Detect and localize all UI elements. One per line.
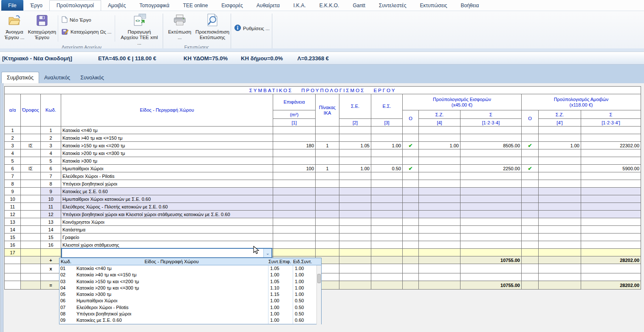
grid-cell[interactable] (419, 180, 460, 188)
grid-cell[interactable]: 8 (41, 180, 61, 188)
dropdown-item[interactable]: 05Κατοικία >300 τμ1.151.00 (59, 291, 321, 298)
grid-cell[interactable] (539, 249, 581, 256)
grid-cell[interactable] (21, 127, 41, 134)
grid-cell[interactable] (460, 203, 522, 211)
grid-cell[interactable] (339, 127, 371, 134)
grid-cell[interactable]: Κατοικία >300 τμ (61, 157, 273, 165)
menu-item-13[interactable]: Βοήθεια (454, 0, 486, 11)
grid-cell[interactable]: ✔ (522, 165, 539, 172)
new-project-button[interactable]: Νέο Έργο (62, 16, 91, 24)
grid-cell[interactable] (522, 195, 539, 203)
grid-cell[interactable] (419, 218, 460, 226)
grid-cell[interactable]: Γραφείο (61, 234, 273, 241)
grid-cell[interactable] (339, 157, 371, 165)
grid-cell[interactable]: 14 (41, 226, 61, 234)
grid-cell[interactable]: ΙΣ (21, 142, 41, 149)
grid-cell[interactable]: 9 (41, 188, 61, 195)
menu-item-4[interactable]: Τοπογραφικά (133, 0, 176, 11)
grid-cell[interactable] (316, 249, 339, 256)
grid-cell[interactable] (460, 127, 522, 134)
grid-cell[interactable] (21, 203, 41, 211)
grid-cell[interactable] (273, 218, 316, 226)
grid-cell[interactable] (419, 165, 460, 172)
grid-cell[interactable]: Ελεύθερος Χώρος - Πιλοτής κατοικιών με Σ… (61, 203, 273, 211)
grid-cell[interactable]: 9 (5, 188, 21, 195)
grid-cell[interactable]: 7 (41, 172, 61, 180)
grid-cell[interactable] (539, 180, 581, 188)
grid-cell[interactable] (460, 149, 522, 157)
grid-cell[interactable] (316, 218, 339, 226)
grid-cell[interactable] (273, 180, 316, 188)
grid-cell[interactable] (21, 241, 41, 249)
grid-cell[interactable] (371, 149, 403, 157)
grid-cell[interactable] (316, 188, 339, 195)
grid-cell[interactable]: 1 (5, 127, 21, 134)
print-preview-button[interactable]: Προεπισκόπιση Εκτύπωσης (195, 13, 230, 40)
grid-cell[interactable] (581, 234, 641, 241)
grid-cell[interactable] (273, 226, 316, 234)
grid-cell[interactable] (21, 188, 41, 195)
grid-cell[interactable] (539, 226, 581, 234)
grid-cell[interactable]: Κοινόχρηστοι Χώροι (61, 218, 273, 226)
grid-cell[interactable]: Κατοικία >150 τμ και <=200 τμ (61, 142, 273, 149)
open-project-button[interactable]: Άνοιγμα Έργου ... (2, 13, 27, 40)
grid-cell[interactable] (581, 172, 641, 180)
grid-cell[interactable] (522, 188, 539, 195)
menu-item-2[interactable]: Προϋπολογισμοί (49, 0, 101, 11)
grid-cell[interactable] (273, 211, 316, 218)
grid-cell[interactable] (522, 218, 539, 226)
grid-cell[interactable] (460, 241, 522, 249)
grid-cell[interactable] (339, 180, 371, 188)
tab-1[interactable]: Συμβατικός (1, 72, 39, 83)
grid-cell[interactable] (316, 203, 339, 211)
grid-cell[interactable] (339, 241, 371, 249)
menu-item-5[interactable]: TEE online (176, 0, 215, 11)
grid-cell[interactable] (403, 188, 419, 195)
grid-cell[interactable] (371, 249, 403, 256)
grid-cell[interactable]: 0.50 (371, 165, 403, 172)
grid-cell[interactable] (403, 195, 419, 203)
dropdown-item[interactable]: 01Κατοικία <=40 τμ1.051.00 (59, 265, 321, 272)
grid-cell[interactable] (403, 149, 419, 157)
grid-cell[interactable] (273, 203, 316, 211)
grid-cell[interactable] (339, 134, 371, 142)
grid-cell[interactable] (316, 134, 339, 142)
grid-cell[interactable] (316, 241, 339, 249)
grid-cell[interactable]: 6 (41, 165, 61, 172)
grid-cell[interactable] (339, 149, 371, 157)
grid-cell[interactable] (522, 234, 539, 241)
save-as-button[interactable]: Καταχώρηση Ως ... (62, 28, 111, 36)
grid-cell[interactable] (403, 234, 419, 241)
grid-cell[interactable] (539, 134, 581, 142)
menu-item-7[interactable]: Αυθαίρετα (250, 0, 287, 11)
dropdown-item[interactable]: 08Υπόγειοι βοηθητικοί χώροι1.000.50 (59, 311, 321, 317)
grid-cell[interactable]: 12 (41, 211, 61, 218)
grid-cell[interactable] (339, 218, 371, 226)
grid-cell[interactable] (460, 234, 522, 241)
grid-cell[interactable] (371, 234, 403, 241)
grid-cell[interactable] (21, 157, 41, 165)
grid-cell[interactable] (460, 249, 522, 256)
grid-cell[interactable]: 4 (41, 149, 61, 157)
grid-cell[interactable]: 1 (316, 165, 339, 172)
dropdown-item[interactable]: 04Κατοικία >200 τμ και <=300 τμ1.101.00 (59, 285, 321, 291)
grid-cell[interactable]: ΙΣ (21, 165, 41, 172)
grid-cell[interactable] (460, 226, 522, 234)
grid-cell[interactable] (21, 218, 41, 226)
grid-cell[interactable] (403, 241, 419, 249)
grid-cell[interactable] (371, 188, 403, 195)
grid-cell[interactable]: 4 (5, 149, 21, 157)
grid-cell[interactable]: 7 (5, 172, 21, 180)
grid-cell[interactable] (403, 203, 419, 211)
grid-cell[interactable] (316, 211, 339, 218)
grid-cell[interactable]: 1.00 (339, 165, 371, 172)
grid-cell[interactable] (419, 172, 460, 180)
grid-cell[interactable]: Κλειστοί χώροι στάθμευσης (61, 241, 273, 249)
grid-cell[interactable] (371, 172, 403, 180)
grid-cell[interactable] (581, 188, 641, 195)
grid-cell[interactable] (339, 195, 371, 203)
grid-cell[interactable] (419, 127, 460, 134)
grid-cell[interactable] (371, 127, 403, 134)
grid-cell[interactable] (273, 149, 316, 157)
grid-cell[interactable] (460, 172, 522, 180)
